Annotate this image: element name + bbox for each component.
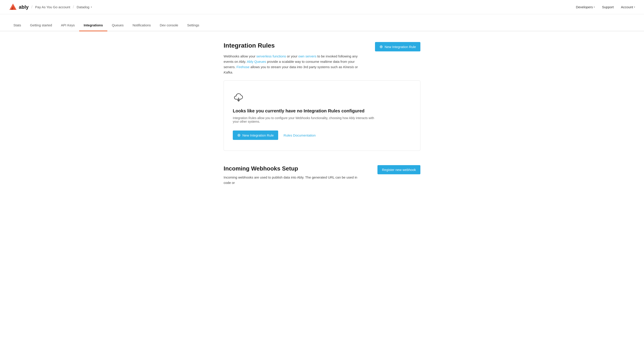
tab-getting-started[interactable]: Getting started [26, 20, 56, 31]
ably-queues-link[interactable]: Ably Queues [247, 60, 266, 63]
breadcrumb-app-dropdown-icon: ▾ [91, 6, 92, 8]
subnav: Stats Getting started API Keys Integrati… [0, 20, 644, 31]
integration-rules-section: Integration Rules Webhooks allow your se… [224, 42, 420, 151]
breadcrumb-app-label: Datadog [77, 5, 90, 9]
incoming-webhooks-header-text: Incoming Webhooks Setup Incoming webhook… [224, 165, 362, 185]
plus-icon-top: ⊕ [380, 45, 383, 49]
firehose-link[interactable]: Firehose [236, 65, 250, 69]
incoming-webhooks-section: Incoming Webhooks Setup Incoming webhook… [224, 165, 420, 185]
new-integration-rule-label-top: New Integration Rule [384, 45, 416, 49]
tab-notifications[interactable]: Notifications [128, 20, 156, 31]
own-servers-link[interactable]: own servers [298, 54, 316, 58]
empty-state-card: Looks like you currently have no Integra… [224, 80, 420, 151]
main-content: Integration Rules Webhooks allow your se… [215, 31, 429, 200]
logo-text: ably [19, 4, 28, 10]
integration-rules-title: Integration Rules [224, 42, 367, 49]
tab-integrations[interactable]: Integrations [79, 20, 107, 31]
support-nav-label: Support [602, 5, 614, 9]
header-nav: Developers ▾ Support Account ▾ [576, 5, 635, 9]
new-integration-rule-button-card[interactable]: ⊕ New Integration Rule [233, 130, 278, 140]
tab-api-keys[interactable]: API Keys [56, 20, 80, 31]
tab-dev-console[interactable]: Dev console [155, 20, 183, 31]
incoming-webhooks-header: Incoming Webhooks Setup Incoming webhook… [224, 165, 420, 185]
register-new-webhook-button[interactable]: Register new webhook [378, 165, 420, 174]
breadcrumb-separator-1: / [31, 5, 32, 9]
support-nav-item[interactable]: Support [602, 5, 614, 9]
ably-logo-icon [9, 3, 17, 11]
tab-settings[interactable]: Settings [183, 20, 204, 31]
breadcrumb-account[interactable]: Pay As You Go account [35, 5, 70, 9]
breadcrumb-separator-2: / [73, 5, 74, 9]
rules-documentation-link[interactable]: Rules Documentation [284, 133, 316, 137]
incoming-webhooks-title: Incoming Webhooks Setup [224, 165, 362, 172]
cloud-upload-icon [233, 91, 411, 104]
empty-state-actions: ⊕ New Integration Rule Rules Documentati… [233, 130, 411, 140]
header: ably / Pay As You Go account / Datadog ▾… [0, 0, 644, 14]
account-nav-item[interactable]: Account ▾ [621, 5, 635, 9]
integration-rules-description: Webhooks allow your serverless functions… [224, 54, 367, 75]
developers-nav-label: Developers [576, 5, 593, 9]
developers-dropdown-icon: ▾ [594, 6, 595, 8]
incoming-webhooks-description: Incoming webhooks are used to publish da… [224, 175, 362, 185]
serverless-functions-link[interactable]: serverless functions [256, 54, 286, 58]
svg-marker-1 [13, 5, 16, 10]
account-dropdown-icon: ▾ [634, 6, 635, 8]
developers-nav-item[interactable]: Developers ▾ [576, 5, 595, 9]
account-nav-label: Account [621, 5, 633, 9]
tab-stats[interactable]: Stats [9, 20, 26, 31]
empty-state-title: Looks like you currently have no Integra… [233, 108, 411, 113]
header-left: ably / Pay As You Go account / Datadog ▾ [9, 3, 92, 11]
new-integration-rule-button-top[interactable]: ⊕ New Integration Rule [375, 42, 420, 51]
integration-rules-header-text: Integration Rules Webhooks allow your se… [224, 42, 367, 75]
plus-icon-card: ⊕ [237, 133, 240, 137]
tab-queues[interactable]: Queues [107, 20, 128, 31]
integration-rules-header: Integration Rules Webhooks allow your se… [224, 42, 420, 75]
new-integration-rule-label-card: New Integration Rule [242, 133, 274, 137]
breadcrumb-app[interactable]: Datadog ▾ [77, 5, 92, 9]
logo-link[interactable]: ably [9, 3, 28, 11]
empty-state-description: Integration Rules allow you to configure… [233, 116, 376, 123]
